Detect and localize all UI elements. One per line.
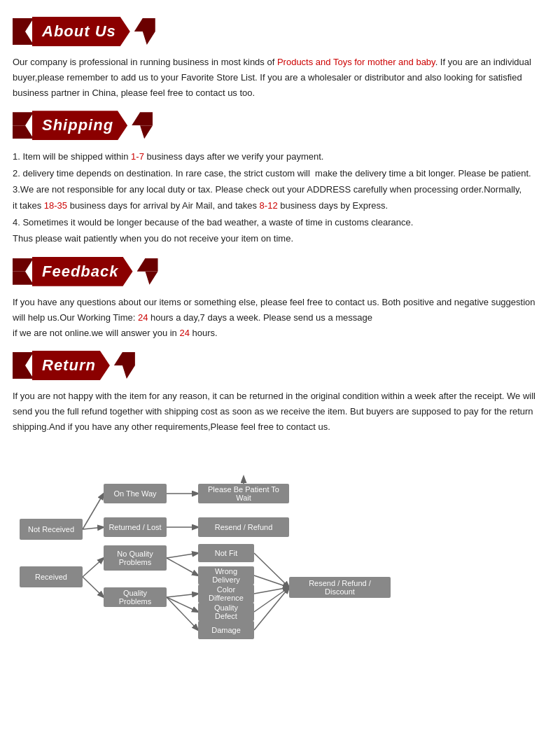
- feedback-banner-center: Feedback: [32, 257, 133, 286]
- return-text: If you are not happy with the item for a…: [13, 389, 547, 435]
- fc-color-difference: Color Difference: [198, 585, 254, 603]
- feedback-text: If you have any questions about our item…: [13, 295, 547, 341]
- svg-line-7: [167, 553, 198, 558]
- about-us-title: About Us: [42, 22, 116, 40]
- fc-quality-problems: Quality Problems: [104, 587, 167, 607]
- svg-line-0: [83, 494, 104, 529]
- shipping-banner-center: Shipping: [32, 111, 127, 140]
- about-us-banner-center: About Us: [32, 17, 130, 46]
- shipping-item-4: 4. Sometimes it would be longer because …: [13, 214, 547, 230]
- fc-quality-defect: Quality Defect: [198, 603, 254, 621]
- feedback-banner-right: [137, 258, 158, 285]
- svg-line-8: [167, 558, 198, 575]
- fc-resend-refund-discount: Resend / Refund / Discount: [289, 577, 391, 598]
- svg-line-1: [83, 527, 104, 529]
- svg-line-12: [254, 553, 289, 587]
- feedback-title: Feedback: [42, 263, 119, 280]
- feedback-response-hours: 24: [179, 328, 189, 338]
- fc-received: Received: [20, 566, 83, 587]
- shipping-banner-left: [13, 112, 34, 139]
- shipping-airmail-days: 18-35: [44, 200, 67, 211]
- shipping-item-3: 3.We are not responsible for any local d…: [13, 181, 547, 214]
- shipping-title: Shipping: [42, 116, 113, 134]
- feedback-days: 7 days a week. Please send us a message: [200, 312, 372, 323]
- svg-line-13: [254, 575, 289, 587]
- fc-returned-lost: Returned / Lost: [104, 517, 167, 537]
- return-title: Return: [42, 356, 96, 374]
- feedback-hours-red: 24: [138, 312, 148, 323]
- shipping-banner: Shipping: [13, 111, 547, 140]
- fc-please-patient: Please Be Patient To Wait: [198, 484, 289, 503]
- shipping-item-1: 1. Item will be shipped within 1-7 busin…: [13, 148, 547, 165]
- fc-not-fit: Not Fit: [198, 544, 254, 562]
- about-us-banner: About Us: [13, 17, 547, 46]
- shipping-express-days: 8-12: [260, 200, 278, 211]
- about-us-text: Our company is professional in running b…: [13, 55, 547, 101]
- return-banner-right: [114, 352, 135, 379]
- svg-line-9: [167, 594, 198, 597]
- shipping-item-5: Thus please wait patiently when you do n…: [13, 230, 547, 246]
- fc-no-quality: No Quality Problems: [104, 545, 167, 571]
- fc-damage: Damage: [198, 621, 254, 639]
- about-red-text: Products and Toys for mother and baby: [277, 57, 435, 67]
- banner-right-decor: [134, 18, 155, 45]
- shipping-item-2: 2. delivery time depends on destination.…: [13, 165, 547, 181]
- svg-line-10: [167, 597, 198, 612]
- shipping-banner-right: [132, 112, 153, 139]
- svg-line-5: [83, 558, 104, 577]
- shipping-list: 1. Item will be shipped within 1-7 busin…: [13, 148, 547, 246]
- svg-line-6: [83, 577, 104, 597]
- fc-on-the-way: On The Way: [104, 484, 167, 503]
- fc-wrong-delivery: Wrong Delivery: [198, 566, 254, 585]
- svg-line-11: [167, 597, 198, 630]
- flowchart-area: Not Received On The Way Returned / Lost …: [13, 463, 545, 645]
- return-banner-left: [13, 352, 34, 379]
- feedback-banner: Feedback: [13, 257, 547, 286]
- return-banner-center: Return: [32, 351, 110, 380]
- banner-left-decor: [13, 18, 34, 45]
- fc-resend-refund-top: Resend / Refund: [198, 517, 289, 537]
- shipping-days-red: 1-7: [131, 151, 144, 162]
- page-wrapper: About Us Our company is professional in …: [0, 0, 560, 659]
- fc-not-received: Not Received: [20, 519, 83, 540]
- feedback-banner-left: [13, 258, 34, 285]
- return-banner: Return: [13, 351, 547, 380]
- about-text-before: Our company is professional in running b…: [13, 57, 277, 67]
